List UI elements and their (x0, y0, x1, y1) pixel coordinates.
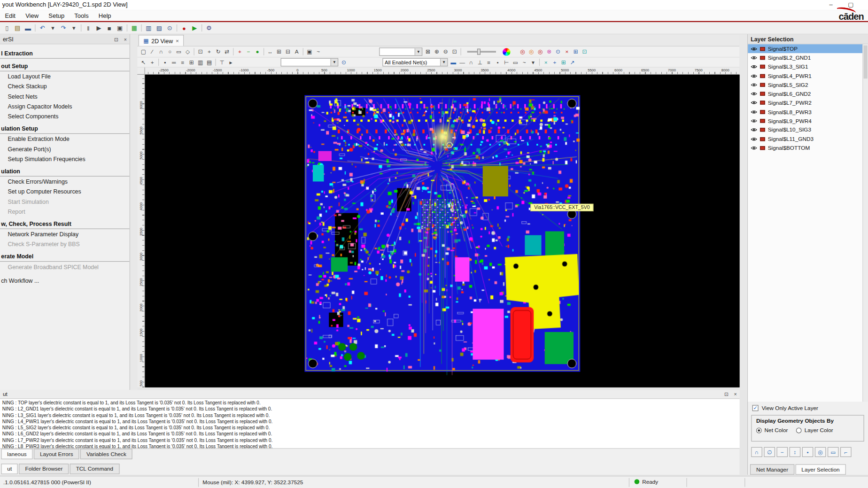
arc2-icon[interactable]: ∩ (467, 58, 476, 66)
zoom-slider[interactable] (467, 51, 496, 53)
redo-icon[interactable]: ↷ (58, 23, 69, 32)
select-area-icon[interactable]: ⊡ (580, 48, 589, 55)
pointer-icon[interactable]: ↖ (139, 58, 148, 66)
void-button[interactable]: ∅ (764, 447, 775, 457)
rows-icon[interactable]: ▤ (205, 58, 214, 66)
eye-icon[interactable] (751, 137, 757, 142)
workflow-item[interactable]: Select Components (0, 111, 130, 121)
zoom-fit-icon[interactable]: ⊠ (424, 48, 433, 55)
layer-row[interactable]: Signal$L3_SIG1 (748, 62, 862, 71)
board-view-icon[interactable]: ▦ (129, 23, 140, 32)
layer-list-scrollbar[interactable] (862, 44, 868, 402)
highlight-blue-icon[interactable]: ⊙ (554, 48, 563, 55)
scrollbar-thumb[interactable] (864, 46, 868, 79)
layer-row[interactable]: Signal$L11_GND3 (748, 134, 862, 143)
layer-row[interactable]: Signal$L2_GND1 (748, 53, 862, 62)
redo-dropdown-icon[interactable]: ▾ (69, 23, 79, 32)
dot-button[interactable]: • (802, 447, 814, 457)
subtract-shape-icon[interactable]: − (244, 48, 253, 55)
panel-tab-layer-selection[interactable]: Layer Selection (795, 464, 845, 474)
menu-help[interactable]: Help (93, 10, 116, 21)
pad-icon[interactable]: ▪ (161, 58, 170, 66)
pause-icon[interactable]: ‖ (83, 23, 93, 32)
color-wheel-icon[interactable] (503, 48, 511, 55)
measure-icon[interactable]: ↔ (266, 48, 275, 55)
circle-tool-icon[interactable]: ○ (165, 48, 174, 55)
pin-icon[interactable]: ⊤ (217, 58, 226, 66)
perpendicular-icon[interactable]: ⊥ (475, 58, 484, 66)
workflow-item[interactable]: Set up Computer Resources (0, 186, 130, 196)
search-doc-icon[interactable]: ⊙ (164, 23, 175, 32)
workflow-item[interactable]: Select Nets (0, 91, 130, 101)
workflow-item[interactable]: Load Layout File (0, 71, 130, 81)
highlight-red2-icon[interactable]: ◎ (536, 48, 545, 55)
tab-2d-view[interactable]: ▦ 2D View × (139, 35, 184, 46)
layer-color-radio[interactable] (796, 427, 802, 433)
stack-icon[interactable]: ≡ (178, 58, 187, 66)
add-shape-icon[interactable]: + (235, 48, 244, 55)
rect-tool-icon[interactable]: ▭ (174, 48, 183, 55)
merge-shape-icon[interactable]: ● (253, 48, 262, 55)
eye-icon[interactable] (751, 146, 757, 151)
crosshair-icon[interactable]: + (148, 58, 157, 66)
left-splitter[interactable] (130, 34, 137, 390)
zoom-out-icon[interactable]: ⊖ (441, 48, 450, 55)
pcb-2d-view[interactable] (145, 75, 740, 387)
net-filter-combo[interactable]: All Enabled Net(s)▾ (382, 58, 448, 67)
add-icon[interactable]: + (550, 58, 559, 66)
float-output-icon[interactable]: ⊡ (724, 392, 728, 397)
layer-row[interactable]: Signal$L7_PWR2 (748, 98, 862, 107)
layer-row[interactable]: Signal$L6_GND2 (748, 89, 862, 98)
undo-dropdown-icon[interactable]: ▾ (47, 23, 58, 32)
slider-handle[interactable] (477, 49, 480, 55)
probe-icon[interactable]: ▸ (226, 58, 235, 66)
menu-view[interactable]: View (21, 10, 44, 21)
eye-icon[interactable] (751, 109, 757, 115)
chevron-down-icon[interactable]: ▾ (440, 59, 447, 66)
wave-icon[interactable]: ~ (314, 48, 323, 55)
dot-icon[interactable]: • (493, 58, 502, 66)
eye-icon[interactable] (751, 55, 757, 61)
layer-row[interactable]: Signal$L10_SIG3 (748, 125, 862, 134)
record-icon[interactable]: ● (179, 23, 189, 32)
corner-button[interactable]: ⌐ (840, 447, 852, 457)
rotate-tool-icon[interactable]: ↻ (214, 48, 223, 55)
grid-icon[interactable]: ⊞ (275, 48, 284, 55)
dock-tab-ut[interactable]: ut (1, 464, 18, 474)
workflow-item[interactable]: Check Errors/Warnings (0, 177, 130, 186)
right-splitter[interactable] (740, 34, 748, 390)
close-tab-icon[interactable]: × (176, 38, 179, 44)
eye-icon[interactable] (751, 82, 757, 87)
delete-icon[interactable]: × (542, 58, 550, 66)
new-file-icon[interactable]: ▯ (2, 23, 12, 32)
workflow-item[interactable]: Check Stackup (0, 81, 130, 91)
arc-tool-icon[interactable]: ∩ (157, 48, 166, 55)
align-icon[interactable]: ≡ (484, 58, 493, 66)
stop-icon[interactable]: ■ (104, 23, 115, 32)
undo-icon[interactable]: ↶ (37, 23, 47, 32)
output-tab-laneous[interactable]: laneous (1, 449, 32, 459)
view-only-active-layer-row[interactable]: ✓ View Only Active Layer (752, 405, 818, 411)
net-color-radio[interactable] (756, 427, 762, 433)
dropdown-icon[interactable]: ▾ (529, 58, 538, 66)
highlight-red-icon[interactable]: ◎ (518, 48, 527, 55)
select-tool-icon[interactable]: ▢ (139, 48, 148, 55)
checkbox-icon[interactable]: ✓ (752, 405, 759, 411)
snap-icon[interactable]: ⊟ (283, 48, 292, 55)
layer-view-icon[interactable]: ▣ (305, 48, 314, 55)
overlay-icon[interactable]: ⊞ (559, 58, 568, 66)
minus-button[interactable]: − (777, 447, 788, 457)
stub-icon[interactable]: ⊢ (502, 58, 511, 66)
vertical-fit-button[interactable]: ↕ (790, 447, 801, 457)
eye-icon[interactable] (751, 101, 757, 106)
layout-canvas-area[interactable]: Via1765::VCC_EXT_5V0 (145, 75, 740, 387)
dock-tab-folder-browser[interactable]: Folder Browser (19, 464, 69, 474)
highlight-pink-icon[interactable]: ⊗ (545, 48, 554, 55)
text-tool-icon[interactable]: A (292, 48, 301, 55)
route-icon[interactable]: ↗ (568, 58, 577, 66)
switch-workflow-link[interactable]: ch Workflow ... (1, 277, 129, 284)
menu-setup[interactable]: Setup (44, 10, 70, 21)
target-button[interactable]: ◎ (815, 447, 826, 457)
export-icon[interactable]: ▥ (143, 23, 154, 32)
eye-icon[interactable] (751, 64, 757, 70)
